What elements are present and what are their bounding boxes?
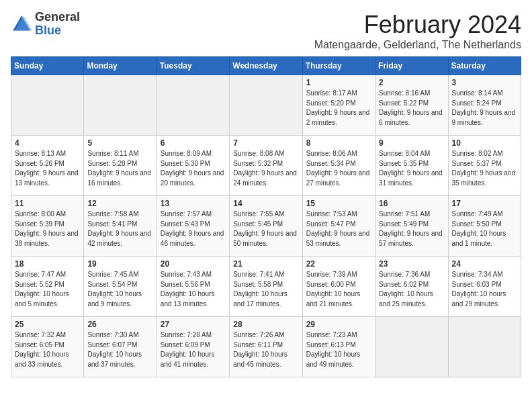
- day-number: 28: [233, 320, 298, 329]
- day-number: 29: [306, 320, 371, 329]
- calendar-cell: 7Sunrise: 8:08 AM Sunset: 5:32 PM Daylig…: [230, 136, 302, 196]
- location: Matengaarde, Gelderland, The Netherlands: [314, 39, 521, 51]
- day-info: Sunrise: 7:26 AM Sunset: 6:11 PM Dayligh…: [233, 330, 298, 369]
- day-number: 19: [87, 259, 152, 269]
- day-number: 8: [306, 138, 371, 148]
- day-info: Sunrise: 7:49 AM Sunset: 5:50 PM Dayligh…: [452, 210, 517, 248]
- day-info: Sunrise: 7:39 AM Sunset: 6:00 PM Dayligh…: [306, 270, 371, 309]
- day-number: 5: [87, 138, 152, 148]
- day-info: Sunrise: 8:14 AM Sunset: 5:24 PM Dayligh…: [452, 89, 517, 128]
- calendar-cell: 6Sunrise: 8:09 AM Sunset: 5:30 PM Daylig…: [157, 136, 229, 196]
- calendar-week-row: 18Sunrise: 7:47 AM Sunset: 5:52 PM Dayli…: [11, 257, 521, 317]
- day-info: Sunrise: 7:36 AM Sunset: 6:02 PM Dayligh…: [379, 270, 444, 309]
- calendar-cell: 23Sunrise: 7:36 AM Sunset: 6:02 PM Dayli…: [375, 257, 448, 317]
- day-info: Sunrise: 7:47 AM Sunset: 5:52 PM Dayligh…: [15, 270, 80, 309]
- day-info: Sunrise: 7:58 AM Sunset: 5:41 PM Dayligh…: [87, 210, 152, 248]
- calendar-cell: [157, 75, 229, 136]
- day-info: Sunrise: 8:13 AM Sunset: 5:26 PM Dayligh…: [15, 149, 80, 188]
- logo-text: General Blue: [35, 11, 80, 38]
- weekday-header: Sunday: [11, 57, 84, 75]
- day-number: 3: [452, 78, 517, 87]
- calendar-cell: 12Sunrise: 7:58 AM Sunset: 5:41 PM Dayli…: [84, 196, 157, 257]
- day-number: 22: [306, 259, 371, 269]
- day-info: Sunrise: 7:30 AM Sunset: 6:07 PM Dayligh…: [87, 330, 152, 369]
- day-info: Sunrise: 7:43 AM Sunset: 5:56 PM Dayligh…: [161, 270, 226, 309]
- calendar-cell: 3Sunrise: 8:14 AM Sunset: 5:24 PM Daylig…: [448, 75, 521, 136]
- calendar-cell: 28Sunrise: 7:26 AM Sunset: 6:11 PM Dayli…: [230, 317, 302, 377]
- logo-blue: Blue: [35, 24, 80, 38]
- calendar-cell: 16Sunrise: 7:51 AM Sunset: 5:49 PM Dayli…: [375, 196, 448, 257]
- day-info: Sunrise: 7:51 AM Sunset: 5:49 PM Dayligh…: [379, 210, 444, 248]
- header-row: SundayMondayTuesdayWednesdayThursdayFrid…: [11, 57, 521, 75]
- day-number: 24: [452, 259, 517, 269]
- calendar-table: SundayMondayTuesdayWednesdayThursdayFrid…: [11, 56, 521, 377]
- weekday-header: Friday: [375, 57, 448, 75]
- day-info: Sunrise: 7:32 AM Sunset: 6:05 PM Dayligh…: [15, 330, 80, 369]
- day-number: 6: [161, 138, 226, 148]
- day-number: 9: [379, 138, 444, 148]
- calendar-cell: 9Sunrise: 8:04 AM Sunset: 5:35 PM Daylig…: [375, 136, 448, 196]
- day-info: Sunrise: 8:16 AM Sunset: 5:22 PM Dayligh…: [379, 89, 444, 128]
- day-number: 16: [379, 199, 444, 208]
- calendar-cell: [230, 75, 302, 136]
- day-info: Sunrise: 7:57 AM Sunset: 5:43 PM Dayligh…: [161, 210, 226, 248]
- calendar-cell: [11, 75, 84, 136]
- day-number: 10: [452, 138, 517, 148]
- day-number: 13: [161, 199, 226, 208]
- calendar-cell: 22Sunrise: 7:39 AM Sunset: 6:00 PM Dayli…: [302, 257, 375, 317]
- logo-icon: [11, 13, 32, 35]
- calendar-cell: 25Sunrise: 7:32 AM Sunset: 6:05 PM Dayli…: [11, 317, 84, 377]
- day-info: Sunrise: 8:04 AM Sunset: 5:35 PM Dayligh…: [379, 149, 444, 188]
- calendar-cell: 2Sunrise: 8:16 AM Sunset: 5:22 PM Daylig…: [375, 75, 448, 136]
- calendar-cell: 10Sunrise: 8:02 AM Sunset: 5:37 PM Dayli…: [448, 136, 521, 196]
- day-number: 11: [15, 199, 80, 208]
- calendar-cell: [375, 317, 448, 377]
- weekday-header: Saturday: [448, 57, 521, 75]
- day-number: 4: [15, 138, 80, 148]
- calendar-cell: [84, 75, 157, 136]
- day-number: 15: [306, 199, 371, 208]
- logo-general: General: [35, 11, 80, 24]
- day-info: Sunrise: 8:02 AM Sunset: 5:37 PM Dayligh…: [452, 149, 517, 188]
- calendar-cell: 17Sunrise: 7:49 AM Sunset: 5:50 PM Dayli…: [448, 196, 521, 257]
- page-header: General Blue February 2024 Matengaarde, …: [11, 11, 521, 51]
- calendar-cell: 13Sunrise: 7:57 AM Sunset: 5:43 PM Dayli…: [157, 196, 229, 257]
- weekday-header: Thursday: [302, 57, 375, 75]
- day-number: 7: [233, 138, 298, 148]
- logo: General Blue: [11, 11, 80, 38]
- day-info: Sunrise: 7:41 AM Sunset: 5:58 PM Dayligh…: [233, 270, 298, 309]
- day-info: Sunrise: 7:45 AM Sunset: 5:54 PM Dayligh…: [87, 270, 152, 309]
- day-info: Sunrise: 7:28 AM Sunset: 6:09 PM Dayligh…: [161, 330, 226, 369]
- calendar-cell: 5Sunrise: 8:11 AM Sunset: 5:28 PM Daylig…: [84, 136, 157, 196]
- calendar-week-row: 25Sunrise: 7:32 AM Sunset: 6:05 PM Dayli…: [11, 317, 521, 377]
- day-number: 20: [161, 259, 226, 269]
- day-number: 1: [306, 78, 371, 87]
- day-info: Sunrise: 8:17 AM Sunset: 5:20 PM Dayligh…: [306, 89, 371, 128]
- day-info: Sunrise: 7:23 AM Sunset: 6:13 PM Dayligh…: [306, 330, 371, 369]
- day-info: Sunrise: 7:55 AM Sunset: 5:45 PM Dayligh…: [233, 210, 298, 248]
- day-info: Sunrise: 7:53 AM Sunset: 5:47 PM Dayligh…: [306, 210, 371, 248]
- day-number: 12: [87, 199, 152, 208]
- day-info: Sunrise: 8:08 AM Sunset: 5:32 PM Dayligh…: [233, 149, 298, 188]
- calendar-cell: 15Sunrise: 7:53 AM Sunset: 5:47 PM Dayli…: [302, 196, 375, 257]
- calendar-week-row: 4Sunrise: 8:13 AM Sunset: 5:26 PM Daylig…: [11, 136, 521, 196]
- day-number: 23: [379, 259, 444, 269]
- calendar-cell: 20Sunrise: 7:43 AM Sunset: 5:56 PM Dayli…: [157, 257, 229, 317]
- day-number: 14: [233, 199, 298, 208]
- calendar-cell: 1Sunrise: 8:17 AM Sunset: 5:20 PM Daylig…: [302, 75, 375, 136]
- weekday-header: Monday: [84, 57, 157, 75]
- calendar-cell: 21Sunrise: 7:41 AM Sunset: 5:58 PM Dayli…: [230, 257, 302, 317]
- calendar-cell: 27Sunrise: 7:28 AM Sunset: 6:09 PM Dayli…: [157, 317, 229, 377]
- day-number: 18: [15, 259, 80, 269]
- calendar-cell: 29Sunrise: 7:23 AM Sunset: 6:13 PM Dayli…: [302, 317, 375, 377]
- weekday-header: Wednesday: [230, 57, 302, 75]
- title-block: February 2024 Matengaarde, Gelderland, T…: [314, 11, 521, 51]
- day-info: Sunrise: 8:00 AM Sunset: 5:39 PM Dayligh…: [15, 210, 80, 248]
- calendar-cell: 11Sunrise: 8:00 AM Sunset: 5:39 PM Dayli…: [11, 196, 84, 257]
- day-number: 26: [87, 320, 152, 329]
- day-number: 21: [233, 259, 298, 269]
- day-info: Sunrise: 8:11 AM Sunset: 5:28 PM Dayligh…: [87, 149, 152, 188]
- calendar-cell: 18Sunrise: 7:47 AM Sunset: 5:52 PM Dayli…: [11, 257, 84, 317]
- calendar-week-row: 1Sunrise: 8:17 AM Sunset: 5:20 PM Daylig…: [11, 75, 521, 136]
- calendar-cell: [448, 317, 521, 377]
